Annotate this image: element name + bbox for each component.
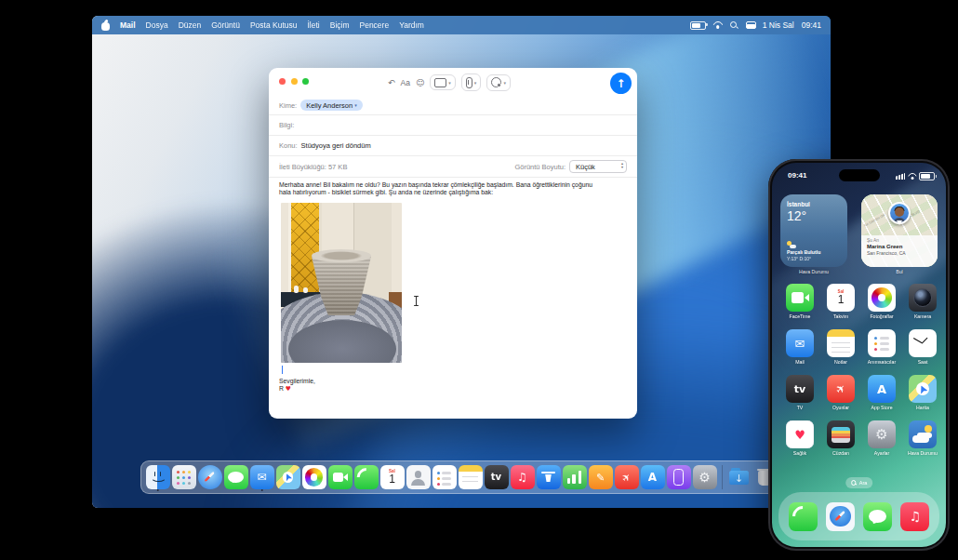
dock-item-safari[interactable] (198, 463, 222, 491)
saglik-icon[interactable]: ♥ (786, 420, 814, 448)
notlar-icon[interactable] (459, 465, 483, 489)
dock-item-telefon[interactable] (354, 463, 379, 491)
facetime-icon[interactable] (328, 465, 353, 489)
dock-item-numbers[interactable] (563, 463, 587, 491)
dock-item-sistem-ayarlari[interactable]: ⚙ (693, 463, 717, 491)
control-center-icon[interactable] (746, 21, 755, 29)
dock-item-pages[interactable]: ✎ (589, 463, 613, 491)
menu-date[interactable]: 1 Nis Sal (763, 20, 794, 30)
takvim-icon[interactable]: Sal1 (827, 284, 855, 312)
menu-item-pencere[interactable]: Pencere (360, 20, 390, 30)
iphone-dock-safari[interactable] (826, 502, 855, 531)
facetime-icon[interactable] (786, 284, 814, 312)
zoom-button[interactable] (302, 78, 309, 85)
tv-icon[interactable]: tv (786, 375, 814, 403)
home-app-saat[interactable]: Saat (902, 329, 943, 375)
home-app-saglik[interactable]: ♥Sağlık (779, 420, 820, 466)
home-app-notlar[interactable]: Notlar (820, 329, 861, 375)
dock-item-indirilenler[interactable]: ↓ (727, 463, 752, 491)
home-app-harita[interactable]: Harita (902, 375, 943, 420)
home-app-kamera[interactable]: Kamera (902, 284, 943, 329)
maps-icon[interactable] (276, 465, 300, 489)
home-app-animsaticilar[interactable]: Anımsatıcılar (861, 329, 902, 375)
home-app-hava-durumu[interactable]: Hava Durumu (902, 420, 943, 466)
dock-item-notlar[interactable] (459, 463, 483, 491)
animsaticilar-icon[interactable] (432, 465, 457, 489)
dock-item-iphone-yansitma[interactable] (667, 463, 691, 491)
fotograflar-icon[interactable] (868, 284, 896, 312)
home-app-fotograflar[interactable]: Fotoğraflar (861, 284, 902, 329)
photo-browser-button[interactable]: ▾ (430, 74, 456, 90)
subject-field[interactable]: Konu: Stüdyoya geri döndüm (269, 136, 637, 155)
apple-menu-icon[interactable] (101, 20, 110, 31)
oyunlar-icon[interactable]: ✈ (827, 375, 855, 403)
app-store-icon[interactable]: A (868, 375, 896, 403)
indirilenler-icon[interactable]: ↓ (727, 465, 752, 489)
weather-widget[interactable]: İstanbul 12° Parçalı Bulutlu Y:13° D:10° (780, 194, 847, 267)
dock-item-keynote[interactable] (537, 463, 561, 491)
photos-icon[interactable] (302, 465, 326, 489)
numbers-icon[interactable] (563, 465, 587, 489)
home-app-ayarlar[interactable]: ⚙Ayarlar (861, 420, 902, 466)
closing-line[interactable]: Sevgilerimle, (279, 378, 315, 385)
dock-item-muzik[interactable]: ♫ (511, 463, 535, 491)
dock-item-kisiler[interactable] (406, 463, 431, 491)
muzik-icon[interactable]: ♫ (511, 465, 535, 489)
dock-item-photos[interactable] (302, 463, 326, 491)
close-button[interactable] (279, 78, 286, 85)
animsaticilar-icon[interactable] (868, 329, 896, 357)
find-my-widget[interactable]: NA GREEN DR MARINA BLVD Şu An Marina Gre… (861, 194, 938, 267)
mail-icon[interactable]: ✉ (786, 329, 814, 357)
home-app-cuzdan[interactable]: Cüzdan (820, 420, 861, 466)
iphone-dock-telefon[interactable] (789, 502, 818, 531)
minimize-button[interactable] (291, 78, 298, 85)
home-app-app-store[interactable]: AApp Store (861, 375, 902, 420)
menu-item-dosya[interactable]: Dosya (146, 20, 168, 30)
dock-item-launchpad[interactable] (172, 463, 196, 491)
menu-item-yardım[interactable]: Yardım (399, 20, 424, 30)
battery-icon[interactable] (690, 21, 706, 30)
muzik-icon[interactable]: ♫ (900, 502, 929, 531)
home-app-facetime[interactable]: FaceTime (779, 284, 820, 329)
iphone-dock-mesajlar[interactable] (863, 502, 892, 531)
dock-item-apple-tv[interactable]: tv (485, 463, 509, 491)
search-icon[interactable] (730, 21, 738, 30)
menu-item-görüntü[interactable]: Görüntü (211, 20, 240, 30)
launchpad-icon[interactable] (172, 465, 196, 489)
iphone-dock-muzik[interactable]: ♫ (900, 502, 929, 531)
to-field[interactable]: Kime: Kelly Anderson ▾ (269, 96, 637, 114)
message-body[interactable]: Merhaba anne! Bil bakalım ne oldu? Bu ya… (279, 181, 605, 196)
dock-item-messages[interactable] (224, 463, 248, 491)
pages-icon[interactable]: ✎ (589, 465, 613, 489)
menu-item-biçim[interactable]: Biçim (330, 20, 350, 30)
menu-clock[interactable]: 09:41 (802, 20, 821, 30)
dock-item-app-store[interactable]: A (641, 463, 665, 491)
mesajlar-icon[interactable] (863, 502, 892, 531)
signature-line[interactable]: R ♥ (279, 385, 291, 393)
dock-item-facetime[interactable] (328, 463, 353, 491)
keynote-icon[interactable] (537, 465, 561, 489)
dock-item-maps[interactable] (276, 463, 300, 491)
home-app-takvim[interactable]: Sal1Takvim (820, 284, 861, 329)
kamera-icon[interactable] (909, 284, 937, 312)
menu-item-posta-kutusu[interactable]: Posta Kutusu (250, 20, 298, 30)
safari-icon[interactable] (826, 502, 855, 531)
attached-photo-pottery[interactable] (281, 203, 402, 363)
image-size-select[interactable]: Küçük ▴ ▾ (569, 160, 627, 173)
undo-icon[interactable]: ↶ (388, 78, 395, 87)
menu-item-düzen[interactable]: Düzen (179, 20, 202, 30)
saat-icon[interactable] (909, 329, 937, 357)
dock-item-finder[interactable] (146, 463, 170, 491)
cuzdan-icon[interactable] (827, 420, 855, 448)
wifi-icon[interactable] (713, 21, 723, 29)
oyunlar-icon[interactable]: ✈ (615, 465, 639, 489)
menu-item-i̇leti[interactable]: İleti (307, 20, 319, 30)
send-later-button[interactable]: ▾ (486, 74, 511, 91)
takvim-icon[interactable]: Sal1 (380, 465, 405, 489)
kisiler-icon[interactable] (406, 465, 431, 489)
notlar-icon[interactable] (827, 329, 855, 357)
cc-field[interactable]: Bilgi: (269, 115, 637, 135)
home-app-tv[interactable]: tvTV (779, 375, 820, 420)
format-button[interactable]: Aa (401, 78, 410, 87)
hava-durumu-icon[interactable] (909, 420, 937, 448)
